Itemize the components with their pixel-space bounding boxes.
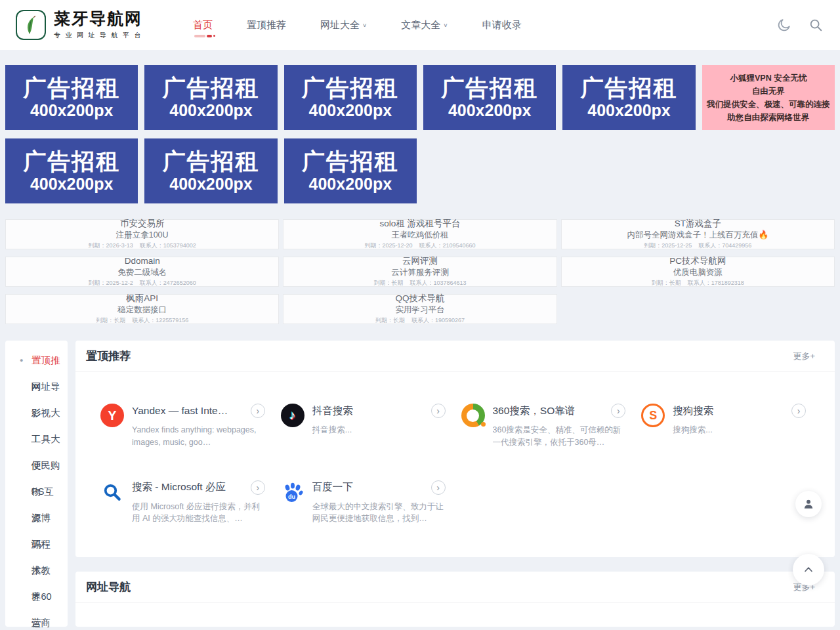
nav-item-home[interactable]: 首页 bbox=[193, 19, 213, 32]
banner-ad-grid: 广告招租400x200px 广告招租400x200px 广告招租400x200p… bbox=[0, 65, 840, 203]
ad-banner[interactable]: 广告招租400x200px bbox=[562, 65, 695, 130]
site-logo[interactable]: 菜牙导航网 专业网址导航平台 bbox=[16, 10, 146, 40]
ad-text: 广告招租 bbox=[302, 75, 399, 101]
text-ad[interactable]: QQ技术导航 实用学习平台 到期：长期联系人：190590267 bbox=[283, 294, 556, 324]
search-icon[interactable] bbox=[808, 18, 823, 32]
ad-banner[interactable]: 广告招租400x200px bbox=[5, 65, 138, 130]
text-ad-subtitle: 内部号全网游戏盒子！上线百万充值🔥 bbox=[627, 230, 769, 240]
nav-item-submit[interactable]: 申请收录 bbox=[482, 19, 522, 32]
arrow-right-icon[interactable]: › bbox=[251, 480, 265, 495]
text-ad-expire: 到期：2026-3-13 bbox=[89, 242, 133, 250]
site-desc: 全球最大的中文搜索引擎、致力于让网民更便捷地获取信息，找到… bbox=[312, 501, 446, 526]
logo-title: 菜牙导航网 bbox=[54, 10, 146, 28]
douyin-icon: ♪ bbox=[281, 404, 304, 427]
site-title: 搜索 - Microsoft 必应 bbox=[132, 480, 226, 494]
user-fab-button[interactable] bbox=[795, 491, 822, 517]
ad-banner[interactable]: 广告招租400x200px bbox=[423, 65, 556, 130]
site-card-douyin[interactable]: ♪ 抖音搜索 › 抖音搜索... bbox=[281, 404, 461, 449]
sidebar-item-blog[interactable]: 资 源博 bbox=[5, 505, 68, 531]
ad-text: 我们提供安全、极速、可靠的连接 bbox=[707, 98, 830, 111]
ad-text: 小狐狸VPN 安全无忧 bbox=[730, 72, 807, 85]
site-card-baidu[interactable]: du 百度一下 › 全球最大的中文搜索引擎、致力于让网民更便捷地获取信息，找到… bbox=[281, 480, 461, 526]
text-ad[interactable]: 枫雨API 稳定数据接口 到期：长期联系人：1225579156 bbox=[5, 294, 279, 324]
ad-text: 广告招租 bbox=[302, 148, 399, 175]
arrow-right-icon[interactable]: › bbox=[431, 480, 446, 495]
site-desc: 使用 Microsoft 必应进行搜索，并利用 AI 的强大功能查找信息、… bbox=[132, 501, 265, 526]
text-ad-title: 枫雨API bbox=[126, 293, 158, 304]
text-ad-contact: 联系人：1053794002 bbox=[140, 242, 196, 250]
sidebar-item-code[interactable]: 源 码程 bbox=[5, 531, 68, 557]
ad-banner[interactable]: 广告招租400x200px bbox=[144, 138, 277, 203]
text-ad[interactable]: 云网评测 云计算服务评测 到期：长期联系人：1037864613 bbox=[283, 257, 556, 287]
sidebar-item-world60[interactable]: 世 界60 bbox=[5, 583, 68, 610]
arrow-right-icon[interactable]: › bbox=[611, 404, 625, 418]
dark-mode-moon-icon[interactable] bbox=[777, 18, 791, 32]
sidebar-label: 术教 bbox=[32, 564, 51, 577]
sidebar-item-ps[interactable]: 物 PS互 bbox=[5, 478, 68, 505]
site-title: 搜狗搜索 bbox=[673, 404, 713, 418]
text-ad-contact: 联系人：190590267 bbox=[411, 316, 465, 325]
site-nav-panel: 网址导航 更多+ bbox=[75, 572, 835, 627]
site-card-yandex[interactable]: Y Yandex — fast Inte… › Yandex finds any… bbox=[100, 404, 281, 449]
text-ad-subtitle: 实用学习平台 bbox=[395, 304, 444, 315]
sidebar-item-carrier[interactable]: 运 营商 bbox=[5, 610, 68, 630]
header-actions bbox=[777, 18, 823, 32]
ad-banner[interactable]: 广告招租400x200px bbox=[144, 65, 277, 130]
active-underline bbox=[194, 35, 215, 37]
sidebar-item-tutorial[interactable]: 技 术教 bbox=[5, 557, 68, 583]
sidebar-item-video[interactable]: 影 影视大 bbox=[5, 400, 68, 426]
site-card-bing[interactable]: 搜索 - Microsoft 必应 › 使用 Microsoft 必应进行搜索，… bbox=[100, 480, 281, 526]
main-area: ● 置顶推 网 网址导 影 影视大 工 工具大 便 便民购 物 PS互 资 源博… bbox=[0, 341, 840, 627]
baidu-icon: du bbox=[281, 480, 304, 504]
site-desc: 抖音搜索... bbox=[312, 424, 446, 436]
ad-size: 400x200px bbox=[309, 101, 392, 120]
panel-header: 置顶推荐 更多+ bbox=[75, 341, 835, 372]
ad-text: 广告招租 bbox=[23, 75, 120, 101]
nav-label: 置顶推荐 bbox=[247, 19, 286, 32]
ad-banner[interactable]: 广告招租400x200px bbox=[5, 138, 138, 203]
nav-item-articles[interactable]: 文章大全 ∨ bbox=[401, 19, 448, 32]
sidebar-label: 便民购 bbox=[32, 459, 60, 472]
sidebar-item-sites[interactable]: 网 网址导 bbox=[5, 373, 68, 400]
site-title: Yandex — fast Inte… bbox=[132, 405, 228, 417]
sidebar-item-shopping[interactable]: 便 便民购 bbox=[5, 452, 68, 478]
text-ad[interactable]: Ddomain 免费二级域名 到期：2025-12-2联系人：247265206… bbox=[5, 257, 279, 287]
text-ad-title: 币安交易所 bbox=[120, 219, 165, 230]
text-ad-expire: 到期：2025-12-25 bbox=[644, 242, 692, 250]
arrow-right-icon[interactable]: › bbox=[791, 404, 806, 418]
text-ad-subtitle: 王者吃鸡低价租 bbox=[391, 230, 449, 240]
text-ad-expire: 到期：长期 bbox=[373, 279, 403, 287]
site-title: 百度一下 bbox=[312, 480, 353, 494]
ad-text: 助您自由探索网络世界 bbox=[727, 111, 809, 124]
nav-item-sites[interactable]: 网址大全 ∨ bbox=[320, 19, 367, 32]
arrow-right-icon[interactable]: › bbox=[431, 404, 446, 418]
vpn-ad-banner[interactable]: 小狐狸VPN 安全无忧 自由无界 我们提供安全、极速、可靠的连接 助您自由探索网… bbox=[702, 65, 835, 130]
more-link[interactable]: 更多+ bbox=[793, 350, 815, 362]
text-ad[interactable]: ST游戏盒子 内部号全网游戏盒子！上线百万充值🔥 到期：2025-12-25联系… bbox=[561, 219, 835, 249]
text-ad[interactable]: solo租 游戏租号平台 王者吃鸡低价租 到期：2025-12-20联系人：21… bbox=[283, 219, 556, 249]
yandex-icon: Y bbox=[100, 404, 124, 427]
ad-text: 广告招租 bbox=[441, 75, 538, 101]
text-ad-subtitle: 稳定数据接口 bbox=[117, 304, 167, 315]
sidebar-item-pinned[interactable]: ● 置顶推 bbox=[5, 347, 68, 373]
text-ad[interactable]: PC技术导航网 优质电脑资源 到期：长期联系人：1781892318 bbox=[561, 257, 835, 287]
ad-banner[interactable]: 广告招租400x200px bbox=[284, 138, 417, 203]
user-icon bbox=[802, 497, 815, 511]
logo-leaf-icon bbox=[16, 10, 46, 40]
text-ad-subtitle: 优质电脑资源 bbox=[673, 267, 723, 278]
sidebar-label: 置顶推 bbox=[32, 354, 60, 367]
ad-banner[interactable]: 广告招租400x200px bbox=[284, 65, 417, 130]
active-bullet-icon: ● bbox=[20, 357, 23, 364]
back-to-top-button[interactable] bbox=[793, 554, 824, 585]
nav-item-pinned[interactable]: 置顶推荐 bbox=[247, 19, 286, 32]
site-card-sogou[interactable]: S 搜狗搜索 › 搜狗搜索... bbox=[641, 404, 822, 449]
sidebar-label: 影视大 bbox=[32, 407, 60, 419]
arrow-right-icon[interactable]: › bbox=[251, 404, 265, 418]
sidebar-item-tools[interactable]: 工 工具大 bbox=[5, 426, 68, 452]
ad-text: 广告招租 bbox=[162, 75, 259, 101]
text-ad[interactable]: 币安交易所 注册立拿100U 到期：2026-3-13联系人：105379400… bbox=[5, 219, 279, 249]
ad-size: 400x200px bbox=[169, 101, 253, 120]
ad-text: 广告招租 bbox=[580, 75, 677, 101]
360-search-icon bbox=[461, 404, 485, 427]
site-card-360[interactable]: 360搜索，SO靠谱 › 360搜索是安全、精准、可信赖的新一代搜索引擎，依托于… bbox=[461, 404, 642, 449]
